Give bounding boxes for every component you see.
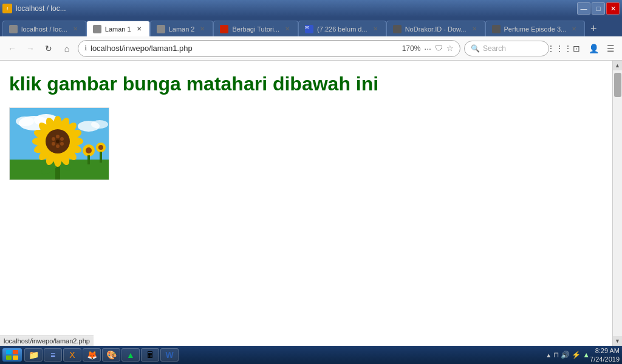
svg-point-35 bbox=[56, 135, 60, 138]
reload-button[interactable]: ↻ bbox=[41, 41, 56, 56]
taskbar-app5[interactable]: ▲ bbox=[121, 348, 140, 362]
svg-point-41 bbox=[56, 140, 60, 143]
scrollbar-down-button[interactable]: ▼ bbox=[613, 336, 622, 346]
tab-close-localhost[interactable]: ✕ bbox=[71, 25, 80, 33]
scrollbar[interactable]: ▲ ▼ bbox=[612, 61, 622, 346]
tab-favicon-7226: ✉ bbox=[305, 25, 313, 33]
back-button[interactable]: ← bbox=[5, 41, 19, 56]
tab-close-laman1[interactable]: ✕ bbox=[135, 25, 143, 33]
svg-point-40 bbox=[52, 137, 55, 141]
tab-laman2[interactable]: Laman 2 ✕ bbox=[150, 21, 214, 36]
svg-rect-14 bbox=[100, 152, 102, 163]
svg-point-7 bbox=[91, 120, 108, 129]
tab-label-nodrakor: NoDrakor.ID - Dow... bbox=[405, 25, 466, 33]
new-tab-button[interactable]: + bbox=[585, 21, 602, 36]
start-button[interactable] bbox=[2, 348, 22, 362]
home-button[interactable]: ⌂ bbox=[60, 41, 74, 56]
scrollbar-thumb[interactable] bbox=[614, 73, 621, 97]
status-text: localhost/inwepo/laman2.php bbox=[4, 337, 90, 345]
more-options-icon[interactable]: ··· bbox=[424, 44, 431, 53]
reading-list-icon[interactable]: ⋮⋮⋮ bbox=[553, 42, 566, 55]
taskbar-word[interactable]: W bbox=[160, 348, 179, 362]
svg-point-39 bbox=[52, 142, 55, 146]
toolbar-icons: ⋮⋮⋮ ⊡ 👤 ☰ bbox=[553, 42, 617, 55]
search-icon: 🔍 bbox=[471, 44, 480, 53]
svg-point-5 bbox=[16, 116, 34, 126]
scrollbar-up-button[interactable]: ▲ bbox=[613, 61, 622, 70]
window-controls: — □ ✕ bbox=[577, 2, 620, 15]
taskbar-app3[interactable]: X bbox=[63, 348, 81, 362]
svg-rect-42 bbox=[6, 350, 12, 354]
sunflower-image[interactable] bbox=[9, 107, 109, 180]
tab-favicon-perfume bbox=[492, 25, 501, 33]
tray-battery: ⚡ bbox=[572, 351, 581, 359]
svg-point-13 bbox=[98, 145, 103, 150]
user-icon[interactable]: 👤 bbox=[587, 42, 600, 55]
taskbar-clock[interactable]: 8:29 AM 7/24/2019 bbox=[590, 346, 620, 364]
maximize-button[interactable]: □ bbox=[592, 2, 605, 15]
tab-laman1[interactable]: Laman 1 ✕ bbox=[86, 21, 150, 36]
tab-label-laman1: Laman 1 bbox=[105, 25, 131, 33]
zoom-level: 170% bbox=[402, 44, 421, 53]
tray-update: ▲ bbox=[583, 351, 590, 359]
tab-close-berbagi[interactable]: ✕ bbox=[283, 25, 292, 33]
tab-favicon-localhost bbox=[9, 25, 18, 33]
taskbar-firefox[interactable]: 🦊 bbox=[83, 348, 101, 362]
svg-rect-44 bbox=[6, 356, 12, 360]
title-bar: f localhost / loc... — □ ✕ bbox=[0, 0, 622, 17]
tab-close-perfume[interactable]: ✕ bbox=[570, 25, 578, 33]
browser-icon: f bbox=[2, 4, 12, 13]
reader-view-icon[interactable]: ⊡ bbox=[570, 42, 583, 55]
tab-7226[interactable]: ✉ (7.226 belum d... ✕ bbox=[298, 21, 386, 36]
tab-label-laman2: Laman 2 bbox=[169, 25, 195, 33]
content-area: klik gambar bunga matahari dibawah ini bbox=[0, 61, 612, 346]
svg-rect-45 bbox=[13, 356, 18, 360]
svg-point-10 bbox=[86, 147, 92, 153]
svg-point-38 bbox=[56, 144, 60, 148]
address-bar: ← → ↻ ⌂ ℹ localhost/inwepo/laman1.php 17… bbox=[0, 36, 622, 61]
address-input[interactable]: ℹ localhost/inwepo/laman1.php 170% ··· 🛡… bbox=[78, 40, 460, 57]
svg-point-36 bbox=[60, 137, 64, 141]
search-placeholder: Search bbox=[483, 44, 506, 53]
tab-perfume[interactable]: Perfume Episode 3... ✕ bbox=[485, 21, 586, 36]
tab-favicon-laman2 bbox=[157, 25, 165, 33]
bookmark-icon[interactable]: ☆ bbox=[446, 44, 454, 53]
status-bar: localhost/inwepo/laman2.php bbox=[0, 335, 94, 346]
close-button[interactable]: ✕ bbox=[606, 2, 620, 15]
tray-arrow[interactable]: ▲ bbox=[545, 352, 552, 359]
svg-point-37 bbox=[60, 142, 64, 146]
tab-favicon-nodrakor bbox=[393, 25, 402, 33]
minimize-button[interactable]: — bbox=[577, 2, 590, 15]
svg-rect-11 bbox=[87, 155, 90, 164]
svg-rect-43 bbox=[13, 350, 18, 354]
tab-close-nodrakor[interactable]: ✕ bbox=[470, 25, 479, 33]
address-text: localhost/inwepo/laman1.php bbox=[91, 44, 398, 53]
system-tray: ▲ ⊓ 🔊 ⚡ ▲ bbox=[545, 351, 590, 359]
taskbar-app2[interactable]: ≡ bbox=[44, 348, 62, 362]
lock-icon: ℹ bbox=[84, 44, 87, 52]
tab-label-berbagi: Berbagi Tutori... bbox=[232, 25, 279, 33]
tab-nodrakor[interactable]: NoDrakor.ID - Dow... ✕ bbox=[386, 21, 485, 36]
tab-close-laman2[interactable]: ✕ bbox=[198, 25, 207, 33]
taskbar-paint[interactable]: 🎨 bbox=[102, 348, 120, 362]
tab-label-localhost: localhost / loc... bbox=[21, 25, 67, 33]
clock-date: 7/24/2019 bbox=[590, 355, 620, 363]
tab-close-7226[interactable]: ✕ bbox=[371, 25, 380, 33]
taskbar: 📁 ≡ X 🦊 🎨 ▲ 🖩 W ▲ ⊓ 🔊 ⚡ ▲ 8:29 AM 7/24/2… bbox=[0, 346, 622, 364]
search-box[interactable]: 🔍 Search bbox=[464, 41, 549, 56]
menu-icon[interactable]: ☰ bbox=[604, 42, 617, 55]
taskbar-calculator[interactable]: 🖩 bbox=[141, 348, 159, 362]
tray-network: ⊓ bbox=[553, 351, 559, 359]
page-heading: klik gambar bunga matahari dibawah ini bbox=[9, 73, 603, 95]
tab-label-perfume: Perfume Episode 3... bbox=[504, 25, 567, 33]
taskbar-folder[interactable]: 📁 bbox=[24, 348, 43, 362]
forward-button[interactable]: → bbox=[23, 41, 38, 56]
clock-time: 8:29 AM bbox=[590, 346, 620, 355]
tab-bar: localhost / loc... ✕ Laman 1 ✕ Laman 2 ✕… bbox=[0, 17, 622, 36]
tab-favicon-berbagi bbox=[220, 25, 228, 33]
tab-berbagi[interactable]: Berbagi Tutori... ✕ bbox=[213, 21, 298, 36]
tab-label-7226: (7.226 belum d... bbox=[317, 25, 367, 33]
tray-volume: 🔊 bbox=[561, 351, 570, 359]
tab-localhost[interactable]: localhost / loc... ✕ bbox=[2, 21, 86, 36]
tab-favicon-laman1 bbox=[93, 25, 101, 33]
